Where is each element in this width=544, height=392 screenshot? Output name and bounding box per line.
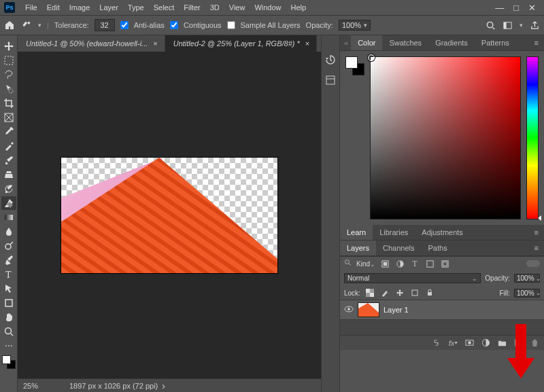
window-minimize-icon[interactable]: —	[495, 3, 504, 13]
properties-panel-icon[interactable]	[324, 73, 337, 87]
tool-hand[interactable]	[1, 310, 16, 324]
close-icon[interactable]: ×	[305, 39, 309, 48]
document-tab[interactable]: Untitled-2 @ 25% (Layer 1, RGB/8#) * ×	[165, 35, 317, 52]
layer-name[interactable]: Layer 1	[384, 306, 409, 314]
tool-crop[interactable]	[1, 96, 16, 110]
delete-layer-icon[interactable]	[529, 338, 540, 349]
color-picker-field[interactable]	[370, 56, 521, 219]
layer-row[interactable]: Layer 1	[340, 300, 544, 320]
chevron-down-icon[interactable]: ▾	[520, 22, 523, 29]
visibility-toggle-icon[interactable]	[344, 306, 354, 314]
home-icon[interactable]	[4, 20, 15, 31]
tab-patterns[interactable]: Patterns	[475, 35, 516, 50]
tab-layers[interactable]: Layers	[340, 240, 376, 255]
layer-filter-kind-dropdown[interactable]: Kind⌄	[356, 260, 375, 268]
tab-channels[interactable]: Channels	[376, 240, 421, 255]
tool-zoom[interactable]	[1, 325, 16, 338]
menu-image[interactable]: Image	[65, 1, 95, 14]
lock-transparency-icon[interactable]	[364, 287, 375, 298]
close-icon[interactable]: ×	[153, 39, 157, 48]
filter-adjustment-icon[interactable]	[394, 258, 405, 269]
menu-type[interactable]: Type	[123, 1, 149, 14]
tab-adjustments[interactable]: Adjustments	[415, 225, 470, 240]
lock-image-icon[interactable]	[379, 287, 390, 298]
new-layer-icon[interactable]	[513, 338, 524, 349]
history-panel-icon[interactable]	[324, 53, 337, 67]
layer-opacity-input[interactable]: 100%⌄	[514, 274, 540, 283]
tool-path-selection[interactable]	[1, 282, 16, 296]
panel-menu-icon[interactable]: ≡	[529, 240, 544, 255]
menu-view[interactable]: View	[224, 1, 250, 14]
tool-blur[interactable]	[1, 225, 16, 238]
tool-quick-selection[interactable]	[1, 82, 16, 96]
menu-window[interactable]: Window	[250, 1, 286, 14]
opacity-dropdown[interactable]: 100% ▾	[339, 20, 371, 31]
tool-shape[interactable]	[1, 296, 16, 310]
tab-swatches[interactable]: Swatches	[382, 35, 428, 50]
tool-pen[interactable]	[1, 253, 16, 267]
tab-learn[interactable]: Learn	[340, 225, 373, 240]
foreground-color-swatch[interactable]	[345, 56, 358, 69]
layer-thumbnail[interactable]	[358, 302, 379, 317]
window-maximize-icon[interactable]: □	[513, 3, 519, 13]
tab-gradients[interactable]: Gradients	[428, 35, 475, 50]
caret-right-icon[interactable]: ›	[162, 380, 165, 391]
tolerance-input[interactable]	[95, 19, 115, 31]
lock-artboard-icon[interactable]	[409, 287, 420, 298]
lock-all-icon[interactable]	[424, 287, 435, 298]
filter-smartobject-icon[interactable]	[439, 258, 450, 269]
workspace-switcher-icon[interactable]	[503, 20, 513, 31]
layer-mask-icon[interactable]	[464, 338, 475, 349]
filter-type-icon[interactable]	[344, 259, 352, 268]
antialias-checkbox[interactable]	[120, 21, 129, 29]
tool-move[interactable]	[1, 39, 16, 53]
menu-edit[interactable]: Edit	[42, 1, 65, 14]
zoom-level[interactable]: 25%	[23, 382, 56, 390]
search-icon[interactable]	[486, 20, 496, 31]
tool-clone-stamp[interactable]	[1, 168, 16, 181]
tool-dodge[interactable]	[1, 239, 16, 253]
tool-edit-toolbar[interactable]: ⋯	[1, 339, 16, 353]
window-close-icon[interactable]: ✕	[528, 3, 536, 13]
foreground-background-swatches[interactable]	[345, 56, 364, 75]
tool-healing-brush[interactable]	[1, 139, 16, 153]
tool-type[interactable]: T	[1, 268, 16, 281]
contiguous-checkbox[interactable]	[170, 21, 178, 29]
menu-3d[interactable]: 3D	[205, 1, 224, 14]
document-canvas[interactable]	[61, 157, 278, 274]
menu-help[interactable]: Help	[286, 1, 311, 14]
link-layers-icon[interactable]	[431, 338, 442, 349]
layer-style-icon[interactable]: fx▾	[447, 338, 458, 349]
tool-preset-icon[interactable]	[20, 19, 33, 31]
hue-slider[interactable]	[526, 56, 539, 219]
sample-all-checkbox[interactable]	[227, 21, 235, 29]
new-group-icon[interactable]	[496, 338, 507, 349]
document-tab[interactable]: Untitled-1 @ 50% (edward-howell-i... ×	[18, 35, 165, 52]
tab-paths[interactable]: Paths	[422, 240, 454, 255]
menu-select[interactable]: Select	[149, 1, 180, 14]
panel-menu-icon[interactable]: ≡	[529, 225, 544, 240]
menu-layer[interactable]: Layer	[95, 1, 123, 14]
canvas-area[interactable]	[18, 52, 321, 378]
filter-pixel-icon[interactable]	[379, 258, 390, 269]
tool-frame[interactable]	[1, 111, 16, 124]
collapse-panel-icon[interactable]: «	[340, 35, 351, 50]
panel-menu-icon[interactable]: ≡	[529, 35, 544, 50]
menu-filter[interactable]: Filter	[179, 1, 205, 14]
tool-lasso[interactable]	[1, 68, 16, 82]
lock-position-icon[interactable]	[394, 287, 405, 298]
blend-mode-dropdown[interactable]: Normal ⌄	[344, 273, 481, 283]
menu-file[interactable]: File	[20, 1, 42, 14]
tab-color[interactable]: Color	[351, 35, 382, 50]
filter-toggle-switch[interactable]	[526, 260, 540, 267]
tool-eraser[interactable]	[1, 196, 16, 210]
tool-color-swatches[interactable]	[1, 353, 16, 371]
chevron-down-icon[interactable]: ▾	[38, 22, 41, 29]
share-icon[interactable]	[530, 20, 540, 31]
tool-history-brush[interactable]	[1, 182, 16, 196]
adjustment-layer-icon[interactable]	[480, 338, 491, 349]
document-info[interactable]: 1897 px x 1026 px (72 ppi)	[69, 382, 158, 390]
filter-type-layer-icon[interactable]: T	[409, 258, 420, 269]
tool-brush[interactable]	[1, 154, 16, 167]
tool-gradient[interactable]	[1, 211, 16, 224]
